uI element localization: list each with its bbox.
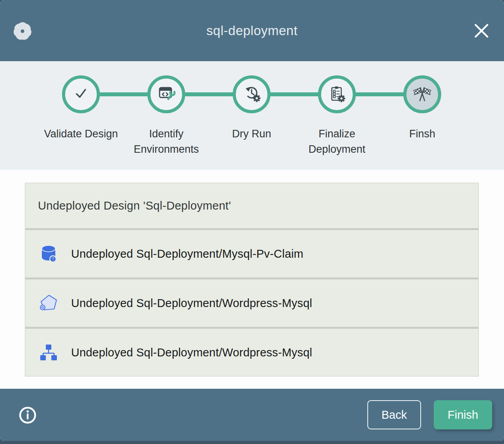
step-finish[interactable]: Finsh bbox=[380, 61, 465, 157]
step-circle-active bbox=[403, 75, 441, 113]
status-row-text: Undeployed Sql-Deployment/Mysql-Pv-Claim bbox=[71, 247, 303, 260]
code-window-wrench-icon bbox=[157, 84, 176, 105]
step-circle bbox=[233, 75, 271, 113]
close-icon[interactable] bbox=[472, 22, 491, 40]
status-row: Undeployed Sql-Deployment/Wordpress-Mysq… bbox=[25, 329, 478, 376]
status-header-row: Undeployed Design 'Sql-Deployment' bbox=[25, 183, 478, 228]
pentagon-pod-icon bbox=[39, 293, 58, 313]
status-header-text: Undeployed Design 'Sql-Deployment' bbox=[38, 199, 231, 212]
finish-button[interactable]: Finish bbox=[434, 400, 492, 429]
step-label: Dry Run bbox=[232, 126, 271, 142]
status-panel: Undeployed Design 'Sql-Deployment' ? Und… bbox=[25, 183, 479, 377]
step-dry-run[interactable]: Dry Run bbox=[209, 61, 294, 157]
history-gear-icon bbox=[242, 84, 261, 105]
step-label: Validate Design bbox=[44, 126, 118, 142]
step-label: Identify Environments bbox=[126, 126, 207, 157]
dialog-footer: Back Finish bbox=[0, 389, 504, 441]
svg-text:?: ? bbox=[52, 257, 54, 261]
step-label: Finsh bbox=[409, 126, 435, 142]
dialog-header: sql-deployment bbox=[0, 0, 504, 61]
dialog-title: sql-deployment bbox=[0, 23, 504, 38]
footer-actions: Back Finish bbox=[367, 389, 492, 441]
service-tree-icon bbox=[39, 343, 58, 362]
back-button[interactable]: Back bbox=[367, 400, 421, 429]
status-row: ? Undeployed Sql-Deployment/Mysql-Pv-Cla… bbox=[25, 230, 478, 277]
step-circle bbox=[62, 75, 100, 113]
status-row: Undeployed Sql-Deployment/Wordpress-Mysq… bbox=[25, 279, 478, 327]
step-label: Finalize Deployment bbox=[297, 126, 378, 157]
info-icon[interactable] bbox=[19, 406, 37, 424]
check-icon bbox=[71, 84, 90, 105]
step-circle bbox=[147, 75, 185, 113]
checkered-flags-icon bbox=[412, 84, 433, 105]
status-row-text: Undeployed Sql-Deployment/Wordpress-Mysq… bbox=[71, 346, 312, 359]
deployment-wizard-dialog: sql-deployment Vali bbox=[0, 0, 504, 441]
step-validate-design[interactable]: Validate Design bbox=[38, 61, 124, 157]
clipboard-gear-icon bbox=[327, 84, 346, 105]
database-icon: ? bbox=[39, 244, 58, 264]
step-identify-environments[interactable]: Identify Environments bbox=[124, 61, 209, 157]
deployment-status-content: Undeployed Design 'Sql-Deployment' ? Und… bbox=[0, 170, 504, 389]
status-row-text: Undeployed Sql-Deployment/Wordpress-Mysq… bbox=[71, 297, 312, 310]
wizard-stepper: Validate Design Ident bbox=[0, 61, 504, 170]
step-circle bbox=[318, 75, 356, 113]
step-finalize-deployment[interactable]: Finalize Deployment bbox=[294, 61, 380, 157]
